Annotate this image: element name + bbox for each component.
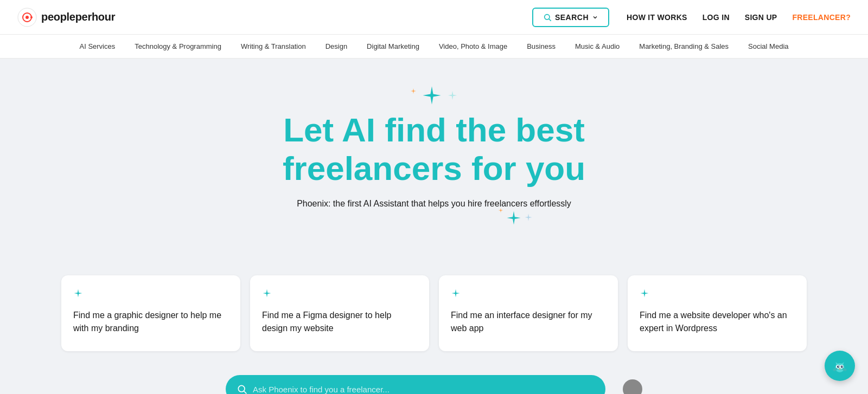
freelancer-link[interactable]: FREELANCER? [792,13,851,22]
log-in-link[interactable]: LOG IN [703,13,730,22]
header: peopleperhour SEARCH HOW IT WORKS LOG IN… [0,0,868,35]
category-item[interactable]: Music & Audio [565,35,629,59]
sparkle-orange-icon [410,88,417,94]
category-item[interactable]: Marketing, Branding & Sales [629,35,738,59]
sign-up-link[interactable]: SIGN UP [745,13,777,22]
hero-section: Let AI find the best freelancers for you… [0,59,868,264]
sparkle-teal-small-icon [447,90,458,101]
how-it-works-link[interactable]: HOW IT WORKS [627,13,687,22]
search-bar-icon [237,384,247,394]
category-item[interactable]: Writing & Translation [231,35,316,59]
card-sparkle-icon [451,288,461,298]
category-item[interactable]: Video, Photo & Image [429,35,517,59]
hero-title: Let AI find the best freelancers for you [283,111,585,188]
suggestion-card[interactable]: Find me a graphic designer to help me wi… [61,275,240,351]
svg-point-7 [238,385,245,392]
suggestion-card[interactable]: Find me an interface designer for my web… [439,275,618,351]
card-sparkle-icon [262,288,272,298]
category-nav: AI ServicesTechnology & ProgrammingWriti… [0,35,868,59]
category-item[interactable]: Design [316,35,357,59]
chevron-down-icon [592,14,598,21]
category-item[interactable]: AI Services [69,35,125,59]
suggestion-card[interactable]: Find me a website developer who's an exp… [628,275,807,351]
category-item[interactable]: Technology & Programming [125,35,231,59]
sparkle-orange-right-icon [498,208,503,213]
svg-point-3 [25,16,29,19]
ai-search-bar[interactable]: Ask Phoenix to find you a freelancer... [226,375,605,394]
card-text: Find me an interface designer for my web… [451,309,606,335]
sparkle-blue-icon [524,213,533,222]
svg-point-5 [545,14,550,19]
card-sparkle-icon [640,288,649,298]
sparkles-right [498,210,533,226]
svg-line-6 [549,19,551,21]
sparkle-teal-large-icon [421,85,443,106]
sparkles-top [410,85,458,106]
svg-line-8 [244,391,247,394]
logo-text: peopleperhour [41,11,115,23]
user-avatar [623,379,642,394]
bottom-search-bar: Ask Phoenix to find you a freelancer... [0,369,868,394]
search-bar-placeholder: Ask Phoenix to find you a freelancer... [253,385,595,394]
category-item[interactable]: Social Media [738,35,798,59]
card-sparkle-icon [73,288,83,298]
sparkle-teal-mid-icon [506,210,522,226]
card-text: Find me a Figma designer to help design … [262,309,417,335]
phoenix-icon [831,357,849,375]
category-item[interactable]: Digital Marketing [357,35,429,59]
svg-point-4 [30,16,33,18]
hero-subtitle: Phoenix: the first AI Assistant that hel… [297,199,571,209]
logo[interactable]: peopleperhour [17,8,115,27]
search-button[interactable]: SEARCH [532,8,609,27]
logo-icon [17,8,37,27]
svg-point-14 [838,366,839,367]
header-nav: HOW IT WORKS LOG IN SIGN UP FREELANCER? [627,13,851,22]
category-item[interactable]: Business [517,35,565,59]
chat-bubble-button[interactable] [825,351,855,381]
card-text: Find me a graphic designer to help me wi… [73,309,228,335]
card-text: Find me a website developer who's an exp… [640,309,795,335]
svg-point-15 [841,366,843,367]
suggestion-cards: Find me a graphic designer to help me wi… [0,264,868,369]
suggestion-card[interactable]: Find me a Figma designer to help design … [250,275,429,351]
search-icon [543,13,552,22]
